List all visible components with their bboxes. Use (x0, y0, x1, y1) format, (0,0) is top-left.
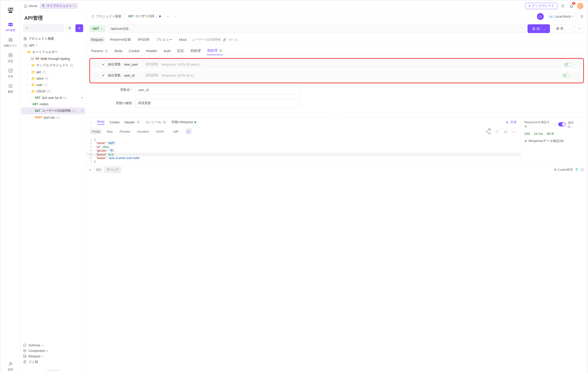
encoding-select[interactable]: utf8 ⌄ (171, 129, 183, 134)
search-input[interactable] (23, 24, 64, 32)
subtab-mock[interactable]: Mock (177, 37, 189, 43)
tree-overview[interactable]: プロジェクト概要 (21, 35, 85, 42)
mode-debug[interactable]: デバッグ (104, 167, 121, 173)
code-icon[interactable]: </> (228, 38, 233, 42)
response-body[interactable]: 1{ 2 "name": "福田", 3 "id": 1684, 4 "gend… (86, 136, 520, 165)
bell-icon[interactable]: 4 (568, 3, 575, 9)
tree-endpoint[interactable]: ›GETGet user by id (1)• (21, 95, 85, 101)
send-button[interactable]: 送 信⌄ (527, 24, 550, 33)
subtab-api-desc[interactable]: API説明 (136, 37, 151, 43)
tree-folder-sample[interactable]: ›📁サンプルプロジェクト (6) (21, 62, 85, 69)
chevron-down-icon[interactable]: ⌄ (577, 74, 580, 77)
var-type-select[interactable]: 環境変数⌄ (135, 99, 300, 108)
sidebar-schema[interactable]: Schema▸ (23, 343, 83, 347)
method-select[interactable]: GET⌄ (89, 25, 106, 32)
tree-folder-pet[interactable]: ›📁pet (3) (21, 69, 85, 75)
cfgtab-post[interactable]: 後処理3 (207, 47, 223, 55)
share-button[interactable]: ⋔共有 (506, 120, 517, 124)
subtab-request[interactable]: Request (89, 37, 105, 43)
drag-handle-icon[interactable]: ⋮⋮ (93, 63, 99, 66)
search-icon[interactable]: ⌕ (511, 129, 517, 134)
home-link[interactable]: Home (24, 4, 37, 8)
gear-icon[interactable] (560, 3, 566, 9)
format-select[interactable]: JSON ⌄ (154, 129, 169, 134)
resptab-actual[interactable]: 実際のRequest (171, 120, 196, 124)
add-button[interactable]: + (75, 24, 83, 32)
format-icon[interactable]: ≡ (186, 129, 192, 134)
validate-switch[interactable] (558, 122, 566, 126)
shirt-icon[interactable]: 👕 (575, 168, 579, 171)
link-icon[interactable]: 🔗 (222, 38, 226, 42)
rail-api-management[interactable]: API管理 (1, 19, 20, 35)
chevron-down-icon[interactable]: ⌄ (581, 123, 583, 126)
sidebar-component[interactable]: Component▸ (23, 349, 83, 352)
tab-add[interactable]: + (164, 15, 172, 18)
filter-button[interactable] (66, 24, 74, 32)
tree-endpoint-selected[interactable]: ›GETユーザーの詳細情報 (1)• (21, 107, 85, 114)
rail-settings[interactable]: 設定 (1, 50, 20, 65)
upgrade-button[interactable]: ✦ アップグレード (525, 3, 557, 9)
tree-folder-store[interactable]: ›📁store (4) (21, 75, 85, 82)
tree-folder-user[interactable]: ›📁user (7) (21, 82, 85, 88)
sidebar-request[interactable]: Request▸ (23, 354, 83, 358)
download-icon[interactable]: ⇩ (494, 129, 500, 134)
rail-share[interactable]: 共有 (1, 65, 20, 81)
tree-api-root[interactable]: 96 API ▾ (21, 42, 85, 49)
chevron-down-icon[interactable]: ⌄ (565, 27, 569, 30)
tab-more[interactable]: ⋯ (172, 15, 179, 18)
close-icon[interactable]: × (74, 4, 75, 8)
cfgtab-pre[interactable]: 前処理 (190, 47, 201, 55)
chevron-right-icon[interactable]: › (579, 63, 580, 66)
tree-endpoint[interactable]: ›POSTjson-rpc (1) (21, 114, 85, 121)
cfgtab-settings[interactable]: 設定 (177, 47, 184, 55)
resptab-header[interactable]: Header 7 (125, 121, 140, 124)
toggle[interactable] (563, 74, 569, 77)
mode-segmented[interactable]: 設計 デバッグ (94, 166, 121, 173)
mode-raw[interactable]: Raw (105, 129, 115, 134)
mode-visualize[interactable]: Visualize (135, 129, 151, 134)
cfgtab-params[interactable]: Params1 (91, 47, 109, 55)
copy-icon[interactable]: ◫ (235, 38, 238, 42)
resptab-cookie[interactable]: Cookie (110, 121, 120, 124)
copy-icon[interactable]: ◫ (503, 129, 508, 134)
tab-active[interactable]: GET ユーザーの詳… (125, 11, 164, 22)
extract-row[interactable]: ⋮⋮ ✔ 抽出変数 new_user 環境変数 Response JSON ($… (91, 60, 582, 69)
toggle[interactable] (564, 63, 571, 66)
var-name-input[interactable]: user_id (135, 86, 300, 94)
subtab-preview[interactable]: プレビュー (154, 37, 174, 43)
rail-invite[interactable]: 招待 (1, 359, 20, 373)
chevron-down-icon[interactable]: ⌄ (90, 121, 92, 124)
cfgtab-auth[interactable]: Auth (163, 47, 171, 55)
more-icon[interactable]: ⋯ (573, 63, 577, 66)
extract-button[interactable]: ⎘ 抽出 (486, 129, 492, 134)
tab-overview[interactable]: プロジェクト概要 (88, 11, 125, 22)
cfgtab-header[interactable]: Header (146, 47, 158, 55)
tree-folder-crud[interactable]: ›📁CRUD (4) (21, 88, 85, 95)
url-input[interactable]: /api/user/{id} (108, 24, 526, 33)
drag-handle-icon[interactable]: ⋮⋮ (93, 74, 99, 77)
mode-pretty[interactable]: Pretty (90, 129, 102, 134)
mode-preview[interactable]: Preview (117, 129, 132, 134)
env-select[interactable]: Lo Local Mock ▾ (546, 13, 576, 20)
resptab-console[interactable]: コンソール 3 (145, 120, 166, 124)
save-button[interactable]: 保 存⌄ (552, 24, 573, 33)
request-more[interactable]: ⋯ (575, 24, 584, 33)
more-icon[interactable]: ⋯ (572, 74, 575, 77)
cfgtab-body[interactable]: Body (114, 47, 123, 55)
subtab-response-def[interactable]: Response定義 (108, 37, 133, 43)
collapse-icon[interactable]: « (89, 168, 91, 172)
tree-root-folder[interactable]: 📁 ルートフォルダー (21, 49, 85, 55)
help-icon[interactable]: ⓘ (581, 168, 584, 172)
cfgtab-cookie[interactable]: Cookie (128, 47, 140, 55)
rail-history[interactable]: 履歴 (1, 81, 20, 96)
chevron-down-icon[interactable]: ⌄ (541, 27, 545, 30)
resptab-body[interactable]: Body (97, 120, 105, 125)
sidebar-trash[interactable]: ゴミ箱 (23, 360, 83, 364)
rail-auto-test[interactable]: 自動テスト (1, 35, 20, 50)
mode-design[interactable]: 設計 (94, 167, 104, 173)
cookie-manager[interactable]: ⚙Cookie管理 (554, 168, 573, 172)
info-icon[interactable]: ⓘ (553, 122, 556, 126)
resize-handle[interactable]: ⋯ (86, 113, 587, 117)
run-button[interactable] (537, 13, 544, 20)
hamburger-icon[interactable]: ☰ (578, 13, 585, 20)
